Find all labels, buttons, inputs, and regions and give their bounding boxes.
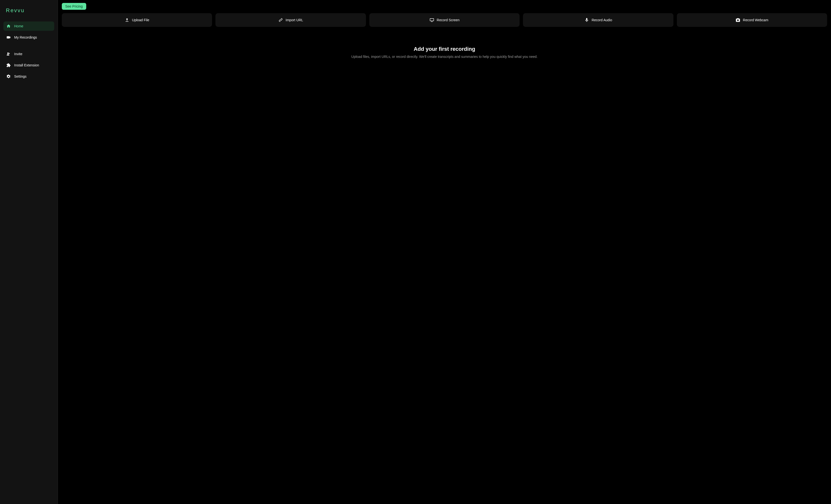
upload-icon [124, 18, 130, 23]
nav-group-secondary: Invite Install Extension Settings [3, 49, 54, 81]
sidebar-item-label: Install Extension [14, 63, 39, 67]
action-label: Upload File [132, 18, 149, 22]
record-screen-button[interactable]: Record Screen [369, 13, 520, 27]
video-icon [6, 35, 11, 39]
empty-state: Add your first recording Upload files, i… [62, 46, 827, 59]
sidebar-item-label: Invite [14, 52, 22, 56]
action-label: Record Webcam [743, 18, 768, 22]
sidebar-item-label: Home [14, 24, 23, 28]
action-label: Record Screen [437, 18, 459, 22]
action-row: Upload File Import URL Record Screen Rec… [62, 13, 827, 27]
sidebar-item-invite[interactable]: Invite [3, 49, 54, 59]
record-webcam-button[interactable]: Record Webcam [677, 13, 827, 27]
mic-icon [584, 18, 589, 23]
sidebar-item-label: Settings [14, 75, 27, 79]
see-pricing-button[interactable]: See Pricing [62, 3, 86, 10]
app-logo: Revvu [3, 3, 54, 20]
home-icon [6, 24, 11, 28]
action-label: Record Audio [592, 18, 612, 22]
sidebar-item-label: My Recordings [14, 35, 37, 39]
action-label: Import URL [286, 18, 303, 22]
camera-icon [736, 18, 740, 23]
gear-icon [6, 74, 11, 79]
invite-icon [6, 52, 11, 56]
screen-icon [429, 18, 434, 23]
upload-file-button[interactable]: Upload File [62, 13, 212, 27]
record-audio-button[interactable]: Record Audio [523, 13, 673, 27]
import-url-button[interactable]: Import URL [216, 13, 366, 27]
empty-state-title: Add your first recording [414, 46, 475, 52]
puzzle-icon [6, 63, 11, 67]
nav-spacer [3, 44, 54, 48]
sidebar-item-settings[interactable]: Settings [3, 72, 54, 81]
sidebar-item-home[interactable]: Home [3, 22, 54, 31]
sidebar-item-my-recordings[interactable]: My Recordings [3, 33, 54, 42]
link-icon [278, 18, 283, 23]
main-content: See Pricing Upload File Import URL Recor… [58, 0, 831, 504]
empty-state-subtitle: Upload files, import URLs, or record dir… [351, 55, 537, 59]
sidebar: Revvu Home My Recordings Invite In [0, 0, 58, 504]
sidebar-item-install-extension[interactable]: Install Extension [3, 61, 54, 70]
nav-group-primary: Home My Recordings [3, 22, 54, 42]
